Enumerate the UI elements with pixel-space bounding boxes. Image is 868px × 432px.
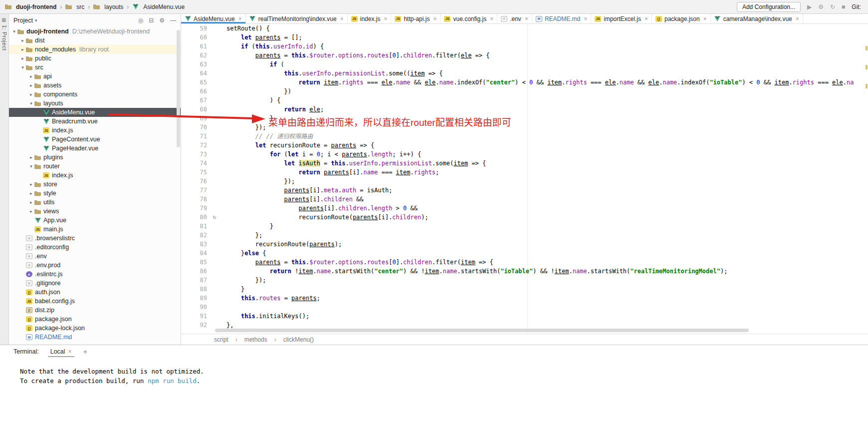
editor-breadcrumb-item[interactable]: methods xyxy=(244,336,267,343)
code-text[interactable]: let recursionRoute = parents => { xyxy=(219,141,868,150)
code-text[interactable]: let parents = []; xyxy=(219,33,868,42)
code-text[interactable]: parents[i].meta.auth = isAuth; xyxy=(219,186,868,195)
line-number[interactable]: 61 xyxy=(181,42,210,51)
code-line[interactable]: 77 parents[i].meta.auth = isAuth; xyxy=(181,186,868,195)
line-number[interactable]: 91 xyxy=(181,312,210,321)
line-number[interactable]: 83 xyxy=(181,240,210,249)
code-line[interactable]: 79 parents[i].children.length > 0 && xyxy=(181,204,868,213)
close-icon[interactable]: × xyxy=(68,348,72,355)
editor-tab[interactable]: cameraManage\index.vue× xyxy=(711,14,803,23)
tree-item[interactable]: PageContent.vue xyxy=(9,135,181,144)
code-text[interactable]: return ele; xyxy=(219,105,868,114)
chevron-expanded-icon[interactable]: ▾ xyxy=(28,101,34,106)
breadcrumb-item[interactable]: layouts xyxy=(93,3,123,10)
line-number[interactable]: 88 xyxy=(181,285,210,294)
tree-item[interactable]: ▾src xyxy=(9,63,181,72)
chevron-collapsed-icon[interactable]: ▸ xyxy=(28,209,34,214)
editor-tab[interactable]: JSvue.config.js× xyxy=(440,14,497,23)
line-number[interactable]: 65 xyxy=(181,78,210,87)
chevron-collapsed-icon[interactable]: ▸ xyxy=(28,200,34,205)
tree-item[interactable]: {}package.json xyxy=(9,315,181,324)
code-line[interactable]: 61 if (this.userInfo.id) { xyxy=(181,42,868,51)
code-line[interactable]: 67 ) { xyxy=(181,96,868,105)
line-number[interactable]: 92 xyxy=(181,321,210,330)
tree-item[interactable]: ▾router xyxy=(9,162,181,171)
editor-tab[interactable]: realTimeMonitoring\index.vue× xyxy=(246,14,348,23)
code-line[interactable]: 73 for (let i = 0; i < parents.length; i… xyxy=(181,150,868,159)
tree-item[interactable]: ▸utils xyxy=(9,198,181,207)
code-text[interactable]: parents[i].children.length > 0 && xyxy=(219,204,868,213)
breadcrumb-item[interactable]: src xyxy=(65,3,84,10)
line-number[interactable]: 71 xyxy=(181,132,210,141)
close-icon[interactable]: × xyxy=(340,15,344,22)
tree-item[interactable]: ≡.gitignore xyxy=(9,279,181,288)
editor-breadcrumb-item[interactable]: clickMenu() xyxy=(283,336,314,343)
code-line[interactable]: 71 // // 递归权限路由 xyxy=(181,132,868,141)
terminal-tab-local[interactable]: Local × xyxy=(48,346,74,357)
line-number[interactable]: 79 xyxy=(181,204,210,213)
tree-item[interactable]: JSindex.js xyxy=(9,171,181,180)
tree-item[interactable]: ▸node_moduleslibrary root xyxy=(9,45,181,54)
close-icon[interactable]: × xyxy=(525,15,528,22)
run-icon[interactable]: ▶ xyxy=(807,3,812,10)
chevron-collapsed-icon[interactable]: ▸ xyxy=(28,182,34,187)
line-number[interactable]: 72 xyxy=(181,141,210,150)
code-text[interactable]: }) xyxy=(219,87,868,96)
tree-item[interactable]: PageHeader.vue xyxy=(9,144,181,153)
chevron-collapsed-icon[interactable]: ▸ xyxy=(28,92,34,97)
code-text[interactable]: return item.rights === ele.name && ele.n… xyxy=(219,78,868,87)
line-number[interactable]: 60 xyxy=(181,33,210,42)
code-line[interactable]: 89 this.routes = parents; xyxy=(181,294,868,303)
chevron-collapsed-icon[interactable]: ▸ xyxy=(19,47,26,52)
tree-item[interactable]: {}auth.json xyxy=(9,288,181,297)
stop-icon[interactable]: ■ xyxy=(842,3,845,10)
code-line[interactable]: 90 xyxy=(181,303,868,312)
inspection-marker[interactable] xyxy=(866,65,868,69)
hide-panel-icon[interactable]: — xyxy=(170,17,176,24)
editor-hscrollbar[interactable] xyxy=(215,329,749,332)
new-terminal-icon[interactable]: + xyxy=(83,348,87,356)
chevron-collapsed-icon[interactable]: ▸ xyxy=(28,83,34,88)
line-number[interactable]: 74 xyxy=(181,159,210,168)
code-line[interactable]: 74 let isAuth = this.userInfo.permission… xyxy=(181,159,868,168)
code-line[interactable]: 68 return ele; xyxy=(181,105,868,114)
tree-item[interactable]: ▸assets xyxy=(9,81,181,90)
tree-item[interactable]: ≡.env xyxy=(9,252,181,261)
code-text[interactable]: // // 递归权限路由 xyxy=(219,132,868,141)
breadcrumb-item[interactable]: duoji-frontend xyxy=(5,3,56,10)
code-line[interactable]: 62 parents = this.$router.options.routes… xyxy=(181,51,868,60)
line-number[interactable]: 80 xyxy=(181,213,210,222)
line-number[interactable]: 66 xyxy=(181,87,210,96)
tree-item[interactable]: ▸dist xyxy=(9,36,181,45)
editor-breadcrumb-item[interactable]: script xyxy=(214,336,228,343)
code-line[interactable]: 83 recursionRoute(parents); xyxy=(181,240,868,249)
chevron-collapsed-icon[interactable]: ▸ xyxy=(19,38,26,43)
code-text[interactable]: let isAuth = this.userInfo.permissionLis… xyxy=(219,159,868,168)
editor-tab[interactable]: JSimportExcel.js× xyxy=(591,14,652,23)
tree-item[interactable]: {}package-lock.json xyxy=(9,324,181,333)
line-number[interactable]: 86 xyxy=(181,267,210,276)
line-number[interactable]: 76 xyxy=(181,177,210,186)
close-icon[interactable]: × xyxy=(433,15,436,22)
code-line[interactable]: 64 this.userInfo.permissionList.some((it… xyxy=(181,69,868,78)
inspection-marker[interactable] xyxy=(866,46,868,50)
code-line[interactable]: 66 }) xyxy=(181,87,868,96)
tree-item[interactable]: JSmain.js xyxy=(9,225,181,234)
code-line[interactable]: 75 return parents[i].name === item.right… xyxy=(181,168,868,177)
tree-item[interactable]: ▸components xyxy=(9,90,181,99)
editor-tab[interactable]: {}package.json× xyxy=(652,14,711,23)
inspection-marker[interactable] xyxy=(866,84,868,88)
tree-item[interactable]: ≡.editorconfig xyxy=(9,243,181,252)
locate-file-icon[interactable]: ◎ xyxy=(138,17,143,24)
tree-item[interactable]: ≡.browserslistrc xyxy=(9,234,181,243)
collapse-all-icon[interactable]: ⊟ xyxy=(149,17,154,24)
code-line[interactable]: 60 let parents = []; xyxy=(181,33,868,42)
code-line[interactable]: 87 }); xyxy=(181,276,868,285)
line-number[interactable]: 87 xyxy=(181,276,210,285)
git-label[interactable]: Git: xyxy=(852,3,861,10)
code-text[interactable]: } xyxy=(219,222,868,231)
line-number[interactable]: 81 xyxy=(181,222,210,231)
close-icon[interactable]: × xyxy=(384,15,387,22)
line-number[interactable]: 64 xyxy=(181,69,210,78)
line-number[interactable]: 73 xyxy=(181,150,210,159)
